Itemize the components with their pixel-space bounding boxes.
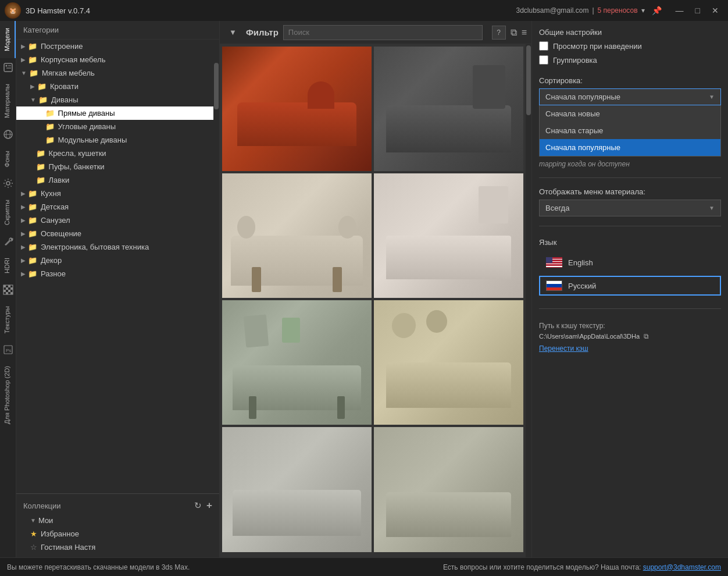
tree-item-chairs[interactable]: 📁 Кресла, кушетки: [16, 147, 213, 160]
tab-icon-checkerboard[interactable]: [2, 284, 14, 296]
mapping-text: mapping когда он доступен: [539, 160, 721, 168]
search-input[interactable]: [283, 25, 483, 40]
tree-item-electronics[interactable]: ▶ 📁 Электроника, бытовая техника: [16, 240, 213, 254]
svg-rect-11: [6, 287, 8, 290]
svg-rect-9: [3, 285, 6, 287]
maximize-button[interactable]: □: [691, 5, 705, 16]
grid-item-4[interactable]: [374, 173, 523, 298]
tree-item-kitchen[interactable]: ▶ 📁 Кухня: [16, 187, 213, 200]
grouping-label[interactable]: Группировка: [553, 56, 597, 65]
arrow-icon: [40, 137, 43, 143]
collection-favorites[interactable]: ★ Избранное: [16, 527, 219, 541]
svg-rect-12: [10, 287, 13, 290]
refresh-collections-button[interactable]: ↻: [194, 500, 202, 511]
grid-item-6[interactable]: [374, 300, 523, 425]
grid-item-5[interactable]: [222, 300, 372, 425]
arrow-icon: ▼: [30, 517, 36, 524]
sort-option-new[interactable]: Сначала новые: [540, 105, 720, 122]
tree-label: Кровати: [50, 82, 78, 91]
tree-item-soft[interactable]: ▼ 📁 Мягкая мебель: [16, 66, 213, 80]
tree-item-decor[interactable]: ▶ 📁 Декор: [16, 254, 213, 267]
preview-checkbox[interactable]: [539, 41, 548, 51]
tree-item-cabinet[interactable]: ▶ 📁 Корпусная мебель: [16, 53, 213, 66]
tree-item-construction[interactable]: ▶ 📁 Построение: [16, 40, 213, 53]
tab-photoshop[interactable]: Для Photoshop (2D): [0, 359, 16, 431]
close-button[interactable]: ✕: [707, 5, 723, 16]
statusbar-right-text: Есть вопросы или хотите поделиться модел…: [443, 563, 721, 571]
grid-item-8[interactable]: [374, 427, 523, 552]
display-current-value: Всегда: [545, 204, 569, 212]
tree-item-corner-sofas[interactable]: 📁 Угловые диваны: [16, 120, 213, 133]
add-collection-button[interactable]: +: [206, 500, 212, 511]
tab-icon-sphere[interactable]: [2, 129, 14, 140]
menu-button[interactable]: ≡: [522, 26, 527, 40]
sort-dropdown[interactable]: Сначала популярные ▼: [539, 88, 721, 105]
language-russian[interactable]: Русский: [539, 276, 721, 296]
tree-item-bathroom[interactable]: ▶ 📁 Санузел: [16, 214, 213, 227]
pin-icon[interactable]: 📌: [652, 6, 662, 15]
tree-item-sofas[interactable]: ▼ 📁 Диваны: [16, 93, 213, 106]
tree-item-beds[interactable]: ▶ 📁 Кровати: [16, 80, 213, 93]
support-email-link[interactable]: support@3dhamster.com: [643, 563, 721, 571]
cache-move-link[interactable]: Перенести кэш: [539, 344, 588, 353]
tab-icon-photoshop[interactable]: Ps: [2, 344, 14, 355]
tab-backgrounds[interactable]: Фоны: [0, 144, 16, 174]
tab-scripts[interactable]: Скрипты: [0, 193, 16, 232]
help-button[interactable]: ?: [492, 26, 506, 40]
tree-label: Освещение: [41, 229, 81, 238]
grid-scrollbar[interactable]: [526, 44, 531, 557]
tree-item-straight-sofas[interactable]: 📁 Прямые диваны: [16, 106, 213, 120]
tab-icon-2[interactable]: [2, 62, 14, 73]
arrow-icon: [30, 177, 34, 183]
sidebar-scrollbar-thumb[interactable]: [214, 63, 219, 109]
tab-textures[interactable]: Текстуры: [0, 299, 16, 340]
sidebar-scrollbar[interactable]: [213, 40, 219, 493]
grid-item-3[interactable]: [222, 173, 372, 298]
transfers-count[interactable]: 5 переносов: [598, 6, 638, 15]
tree-label: Декор: [41, 256, 62, 265]
tree-item-kids[interactable]: ▶ 📁 Детская: [16, 200, 213, 214]
tree-label: Угловые диваны: [58, 122, 116, 131]
filter-button[interactable]: ▼: [224, 26, 241, 39]
preview-label[interactable]: Просмотр при наведении: [553, 42, 642, 51]
tree-item-poufs[interactable]: 📁 Пуфы, банкетки: [16, 160, 213, 173]
minimize-button[interactable]: —: [671, 5, 688, 16]
tab-icon-wrench[interactable]: [2, 236, 14, 247]
content-panel: ▼ Фильтр ? ⧉ ≡: [220, 21, 531, 557]
tab-models[interactable]: Модели: [0, 21, 16, 58]
tab-materials[interactable]: Материалы: [0, 77, 16, 125]
sidebar-scroll: ▶ 📁 Построение ▶ 📁 Корпусная мебель ▼ 📁 …: [16, 40, 219, 493]
tree-item-modular-sofas[interactable]: 📁 Модульные диваны: [16, 133, 213, 147]
model-thumbnail-4: [374, 173, 523, 298]
grouping-checkbox[interactable]: [539, 55, 548, 65]
model-thumbnail-2: [374, 47, 523, 171]
sort-option-popular[interactable]: Сначала популярные: [540, 139, 720, 156]
tree-label: Диваны: [51, 95, 78, 104]
arrow-icon: [40, 123, 43, 130]
sort-option-old[interactable]: Сначала старые: [540, 122, 720, 139]
tree-item-lighting[interactable]: ▶ 📁 Освещение: [16, 227, 213, 240]
grid-item-7[interactable]: [222, 427, 372, 552]
cache-copy-button[interactable]: ⧉: [644, 332, 649, 340]
preview-checkbox-row: Просмотр при наведении: [539, 41, 721, 51]
divider-3: [539, 308, 721, 309]
user-email: 3dclubsam@gmail.com: [516, 6, 588, 15]
tab-icon-gear[interactable]: [2, 177, 14, 189]
grid-item-1[interactable]: [222, 47, 372, 171]
english-label: English: [568, 258, 593, 267]
language-english[interactable]: English: [539, 253, 721, 272]
copy-icon-button[interactable]: ⧉: [511, 26, 517, 40]
tree-item-benches[interactable]: 📁 Лавки: [16, 173, 213, 187]
display-dropdown[interactable]: Всегда ▼: [539, 200, 721, 216]
tree-item-misc[interactable]: ▶ 📁 Разное: [16, 267, 213, 280]
my-collections-folder[interactable]: ▼ Мои: [16, 514, 219, 527]
tab-hdri[interactable]: HDRI: [0, 251, 16, 280]
grid-scrollbar-thumb[interactable]: [526, 45, 531, 115]
model-grid: [220, 44, 526, 557]
display-menu-label: Отображать меню материала:: [539, 187, 721, 196]
grouping-checkbox-row: Группировка: [539, 55, 721, 65]
russian-label: Русский: [568, 282, 596, 290]
grid-item-2[interactable]: [374, 47, 523, 171]
my-label: Мои: [38, 516, 53, 525]
collection-nastya[interactable]: ☆ Гостиная Настя: [16, 541, 219, 554]
